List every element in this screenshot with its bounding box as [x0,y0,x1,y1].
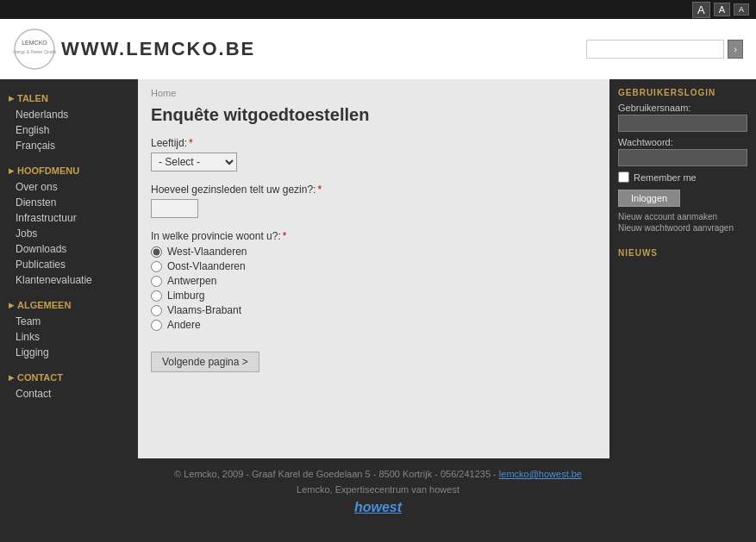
sidebar-item-contact[interactable]: Contact [0,386,138,402]
sidebar-section-algemeen: ALGEMEEN [0,295,138,314]
radio-limburg[interactable]: Limburg [151,290,592,302]
leeftijd-select[interactable]: - Select - < 18 18-30 30-50 50-65 > 65 [151,153,237,171]
radio-oost-vlaanderen-label: Oost-Vlaanderen [167,260,246,272]
footer: © Lemcko, 2009 - Graaf Karel de Goedelaa… [0,458,756,520]
remember-checkbox[interactable] [618,171,629,183]
sidebar-section-hoofdmenu: HOOFDMENU [0,160,138,179]
radio-vlaams-brabant-input[interactable] [151,305,162,316]
sidebar-item-klantenevaluatie[interactable]: Klantenevaluatie [0,272,138,288]
main-wrapper: TALEN Nederlands English Français HOOFDM… [0,79,756,458]
sidebar-item-infrastructuur[interactable]: Infrastructuur [0,210,138,226]
howest-link[interactable]: howest [354,500,402,515]
sidebar-section-talen: TALEN [0,88,138,107]
remember-label: Remember me [634,172,697,183]
svg-text:LEMCKO: LEMCKO [22,40,47,46]
radio-west-vlaanderen-label: West-Vlaanderen [167,246,247,258]
gezin-input[interactable] [151,199,198,218]
radio-andere-input[interactable] [151,320,162,331]
sidebar: TALEN Nederlands English Français HOOFDM… [0,79,138,458]
provincie-group: In welke provincie woont u?:* West-Vlaan… [151,230,592,331]
logo-area: LEMCKO Energy & Power Quality WWW.LEMCKO… [13,28,255,71]
password-label: Wachtwoord: [618,137,747,147]
font-large-button[interactable]: A [692,2,710,18]
radio-antwerpen-label: Antwerpen [167,275,216,287]
leeftijd-group: Leeftijd:* - Select - < 18 18-30 30-50 5… [151,137,592,171]
site-title: WWW.LEMCKO.BE [61,38,255,60]
font-medium-button[interactable]: A [714,3,730,16]
gezin-group: Hoeveel gezinsleden telt uw gezin?:* [151,184,592,218]
new-account-link[interactable]: Nieuw account aanmaken [618,212,747,221]
radio-andere-label: Andere [167,319,201,331]
radio-vlaams-brabant[interactable]: Vlaams-Brabant [151,304,592,316]
radio-oost-vlaanderen[interactable]: Oost-Vlaanderen [151,260,592,272]
radio-west-vlaanderen-input[interactable] [151,246,162,258]
sidebar-item-team[interactable]: Team [0,314,138,329]
sidebar-item-nederlands[interactable]: Nederlands [0,107,138,122]
sidebar-item-ligging[interactable]: Ligging [0,345,138,360]
radio-vlaams-brabant-label: Vlaams-Brabant [167,304,241,316]
provincie-radio-group: West-Vlaanderen Oost-Vlaanderen Antwerpe… [151,246,592,331]
login-section-title: GEBRUIKERSLOGIN [618,88,747,97]
search-button[interactable]: › [728,40,743,59]
login-button[interactable]: Inloggen [618,190,680,207]
top-bar: A A A [0,0,756,19]
footer-line1: © Lemcko, 2009 - Graaf Karel de Goedelaa… [0,469,756,479]
sidebar-item-francais[interactable]: Français [0,138,138,153]
username-label: Gebruikersnaam: [618,103,747,113]
username-input[interactable] [618,115,747,132]
new-password-link[interactable]: Nieuw wachtwoord aanvragen [618,223,747,233]
sidebar-item-downloads[interactable]: Downloads [0,241,138,257]
search-area: › [586,40,743,59]
radio-limburg-label: Limburg [167,290,204,302]
search-input[interactable] [586,40,724,59]
gezin-label: Hoeveel gezinsleden telt uw gezin?:* [151,184,592,196]
sidebar-item-publicaties[interactable]: Publicaties [0,257,138,272]
radio-oost-vlaanderen-input[interactable] [151,261,162,272]
leeftijd-label: Leeftijd:* [151,137,592,149]
svg-text:Energy & Power Quality: Energy & Power Quality [13,49,56,54]
page-title: Enquête witgoedtoestellen [151,105,592,125]
sidebar-item-over-ons[interactable]: Over ons [0,179,138,195]
footer-email-link[interactable]: lemcko@howest.be [499,469,582,479]
radio-antwerpen[interactable]: Antwerpen [151,275,592,287]
radio-limburg-input[interactable] [151,290,162,302]
footer-line2: Lemcko, Expertisecentrum van howest [0,484,756,495]
sidebar-item-english[interactable]: English [0,122,138,138]
logo-icon: LEMCKO Energy & Power Quality [13,28,56,71]
radio-west-vlaanderen[interactable]: West-Vlaanderen [151,246,592,258]
sidebar-item-links[interactable]: Links [0,329,138,345]
password-input[interactable] [618,149,747,166]
radio-andere[interactable]: Andere [151,319,592,331]
font-small-button[interactable]: A [734,3,749,16]
sidebar-item-diensten[interactable]: Diensten [0,195,138,210]
news-title: NIEUWS [618,248,747,258]
sidebar-section-contact: CONTACT [0,367,138,386]
sidebar-item-jobs[interactable]: Jobs [0,226,138,241]
provincie-label: In welke provincie woont u?:* [151,230,592,242]
breadcrumb: Home [151,88,592,98]
remember-row: Remember me [618,171,747,183]
header: LEMCKO Energy & Power Quality WWW.LEMCKO… [0,19,756,79]
right-panel: GEBRUIKERSLOGIN Gebruikersnaam: Wachtwoo… [609,79,756,458]
radio-antwerpen-input[interactable] [151,276,162,287]
content-area: Home Enquête witgoedtoestellen Leeftijd:… [138,79,609,458]
next-button[interactable]: Volgende pagina > [151,352,259,372]
